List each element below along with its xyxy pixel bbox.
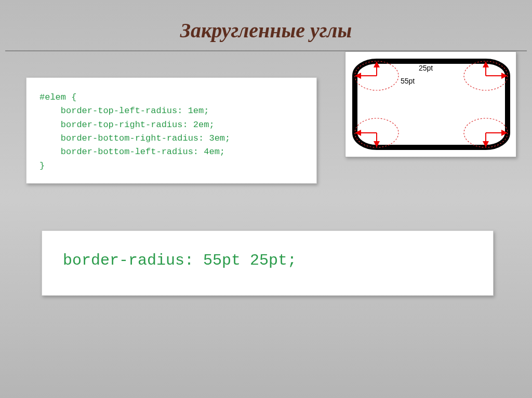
code-line: border-top-right-radius: 2em; [39,120,215,130]
code-line: } [39,161,45,171]
code-line: border-bottom-left-radius: 4em; [39,147,225,157]
slide-title: Закругленные углы [0,0,532,50]
code-line: border-radius: 55pt 25pt; [63,252,297,269]
svg-rect-0 [355,61,508,147]
diagram-label-y: 25pt [419,64,433,72]
code-line: border-top-left-radius: 1em; [39,106,209,116]
content-area: #elem { border-top-left-radius: 1em; bor… [0,51,532,296]
code-block-shorthand: border-radius: 55pt 25pt; [42,230,494,296]
code-text-2: border-radius: 55pt 25pt; [63,252,480,269]
code-line: #elem { [39,92,76,102]
diagram-label-x: 55pt [401,77,415,85]
radius-diagram: 25pt 55pt [345,51,516,157]
code-line: border-bottom-right-radius: 3em; [39,133,230,143]
diagram-svg: 25pt 55pt [349,55,514,154]
code-text: #elem { border-top-left-radius: 1em; bor… [39,91,303,173]
code-block-longhand: #elem { border-top-left-radius: 1em; bor… [26,77,317,184]
